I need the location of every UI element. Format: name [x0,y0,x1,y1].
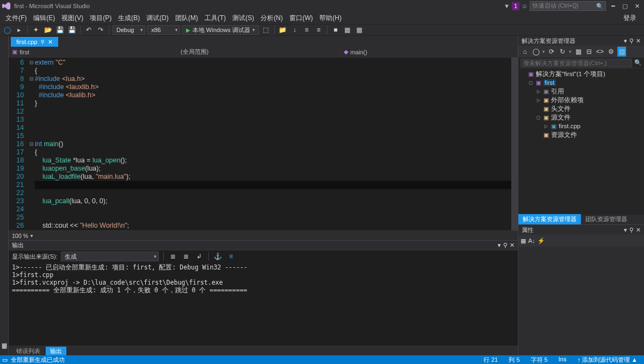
tree-node[interactable]: ▢▣源文件 [518,113,644,122]
output-wrap-button[interactable]: ↲ [194,252,204,261]
tab-output[interactable]: 输出 [46,347,66,355]
output-list-button[interactable]: ≡ [226,252,236,261]
tab-team-explorer[interactable]: 团队资源管理器 [581,214,631,224]
output-clear-button[interactable]: ≣ [168,252,178,261]
menu-工具(T)[interactable]: 工具(T) [201,13,229,23]
editor-scrollbar[interactable] [511,58,518,230]
tab-error-list[interactable]: 错误列表 [12,347,45,355]
tree-node[interactable]: ▣解决方案"first"(1 个项目) [518,70,644,78]
quick-launch-input[interactable]: 快速启动 (Ctrl+Q) 🔍 [530,1,606,11]
toolbar-extra4[interactable]: ≡ [302,25,312,35]
se-codemap-icon[interactable]: <> [596,47,604,57]
maximize-button[interactable]: ▢ [620,1,630,11]
se-preview-icon[interactable]: ▤ [617,47,626,57]
notification-badge[interactable]: 1 [512,2,519,10]
tree-node[interactable]: ▷▣first.cpp [518,122,644,130]
save-all-button[interactable]: 💾 [67,25,77,35]
toolbar-extra2[interactable]: 📁 [278,25,288,35]
left-tool-gutter[interactable]: 服务器资源管理器 工具箱 [0,36,9,355]
status-char: 字符 5 [531,356,548,364]
se-refresh-icon[interactable]: ↻ [558,47,567,57]
se-collapse-icon[interactable]: ⊟ [585,47,593,57]
feedback-icon[interactable]: ☺ [522,3,528,9]
menu-文件(F)[interactable]: 文件(F) [2,13,30,23]
se-home-icon[interactable]: ⌂ [521,47,529,57]
titlebar: first - Microsoft Visual Studio ▼ 1 ☺ 快速… [0,0,644,12]
prop-alpha-icon[interactable]: A↓ [528,237,535,244]
nav-member-combo[interactable]: ◆main() [340,47,518,57]
notification-flag-icon[interactable]: ▼ [504,3,510,9]
prop-events-icon[interactable]: ⚡ [537,237,545,244]
toolbar-extra7[interactable]: ▦ [343,25,352,35]
toolbar-extra3[interactable]: ↓ [290,25,300,35]
output-text[interactable]: 1>------ 已启动全部重新生成: 项目: first, 配置: Debug… [9,262,518,346]
play-icon: ▶ [186,27,190,33]
menu-窗口(W)[interactable]: 窗口(W) [286,13,316,23]
prop-category-icon[interactable]: ▦ [521,237,526,244]
se-sync-icon[interactable]: ⟳ [547,47,556,57]
toolbar-extra5[interactable]: ≡ [314,25,324,35]
tab-solution-explorer[interactable]: 解决方案资源管理器 [518,214,581,224]
minimize-button[interactable]: ━ [608,1,618,11]
properties-pin-icon[interactable]: ⚲ [629,227,634,234]
output-goto-button[interactable]: ⚓ [213,252,223,261]
tree-node[interactable]: ▷▣外部依赖项 [518,96,644,104]
close-button[interactable]: ✕ [632,1,642,11]
statusbar: ▭ 全部重新生成已成功 行 21 列 5 字符 5 Ins ↑ 添加到源代码管理… [0,355,644,364]
solution-tree[interactable]: ▣解决方案"first"(1 个项目)▢▣first▷▣引用▷▣外部依赖项 ▣头… [518,68,644,215]
nav-scope-combo[interactable]: (全局范围) [177,47,340,57]
sidebar-tab-server-explorer[interactable]: 服务器资源管理器 [1,38,8,353]
code-editor[interactable]: 6 7 8 9 10 11 12 13 14 15 16 17 18 19 20… [9,58,518,230]
menu-测试(S)[interactable]: 测试(S) [229,13,257,23]
toolbar-extra8[interactable]: ▦ [355,25,364,35]
open-file-button[interactable]: 📂 [43,25,53,35]
pin-icon[interactable]: ⚲ [41,39,45,45]
new-project-button[interactable]: ✦ [31,25,41,35]
save-button[interactable]: 💾 [55,25,65,35]
editor-tab-first-cpp[interactable]: first.cpp ⚲ ✕ [11,37,58,47]
platform-combo[interactable]: x86 [147,25,180,35]
menu-生成(B)[interactable]: 生成(B) [115,13,143,23]
zoom-level[interactable]: 100 % [12,233,28,239]
menu-编辑(E)[interactable]: 编辑(E) [30,13,58,23]
menu-分析(N)[interactable]: 分析(N) [257,13,286,23]
output-pin-icon[interactable]: ⚲ [503,242,507,249]
tab-close-icon[interactable]: ✕ [48,39,53,46]
undo-button[interactable]: ↶ [84,25,94,35]
menu-视图(V)[interactable]: 视图(V) [58,13,86,23]
toolbar-extra1[interactable]: ⬚ [261,25,271,35]
nav-back-button[interactable]: ◯ [2,25,12,35]
toolbar-extra6[interactable]: ■ [331,25,340,35]
menu-帮助(H)[interactable]: 帮助(H) [316,13,345,23]
editor-tabs: first.cpp ⚲ ✕ [9,36,518,47]
login-link[interactable]: 登录 [620,12,642,24]
start-debug-button[interactable]: ▶ 本地 Windows 调试器 ▾ [182,25,259,35]
tree-node[interactable]: ▢▣first [518,78,644,87]
solution-close-icon[interactable]: ✕ [636,37,641,45]
se-showall-icon[interactable]: ▦ [574,47,583,57]
solution-pin-icon[interactable]: ⚲ [629,37,634,45]
solution-toolbar: ⌂ ◯ ▾ ⟳ ↻ ▾ ▦ ⊟ <> ⚙ ▤ [518,46,644,58]
tree-node[interactable]: ▣头文件 [518,104,644,113]
redo-button[interactable]: ↷ [96,25,106,35]
solution-search-input[interactable] [521,59,632,67]
tree-node[interactable]: ▷▣引用 [518,87,644,96]
output-toggle-button[interactable]: ≣ [181,252,191,261]
output-panel-header: 输出 ▾ ⚲ ✕ [9,241,518,250]
nav-project-combo[interactable]: ▣first [9,47,177,57]
output-dropdown-icon[interactable]: ▾ [498,242,501,249]
se-properties-icon[interactable]: ⚙ [606,47,615,57]
se-back-icon[interactable]: ◯ [531,47,540,57]
config-combo[interactable]: Debug [113,25,145,35]
menu-团队(M)[interactable]: 团队(M) [172,13,201,23]
nav-fwd-button[interactable]: ▸ [14,25,24,35]
properties-close-icon[interactable]: ✕ [636,227,641,234]
output-source-combo[interactable]: 生成 [61,252,159,261]
status-source-control[interactable]: ↑ 添加到源代码管理 ▲ [578,356,638,364]
output-close-icon[interactable]: ✕ [510,242,515,249]
menu-调试(D)[interactable]: 调试(D) [143,13,172,23]
tree-node[interactable]: ▣资源文件 [518,130,644,139]
solution-dropdown-icon[interactable]: ▾ [624,37,627,45]
properties-dropdown-icon[interactable]: ▾ [624,227,627,234]
menu-项目(P)[interactable]: 项目(P) [86,13,115,23]
